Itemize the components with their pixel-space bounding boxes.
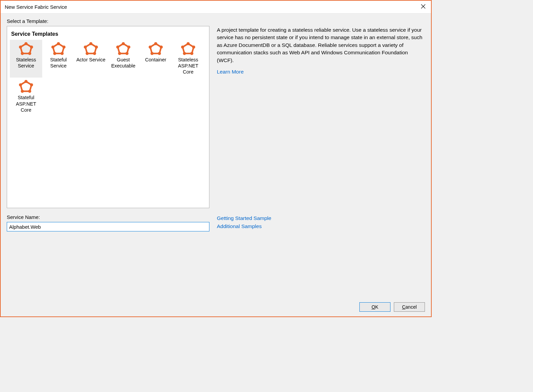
template-item-label: Stateful Service [43, 57, 74, 69]
titlebar: New Service Fabric Service [1, 1, 431, 13]
service-fabric-icon [116, 42, 131, 55]
additional-samples-link[interactable]: Additional Samples [217, 223, 425, 229]
template-item[interactable]: Actor Service [75, 40, 107, 78]
template-item[interactable]: Stateful Service [42, 40, 75, 78]
service-fabric-icon [148, 42, 163, 55]
template-item-label: Stateful ASP.NET Core [10, 94, 42, 113]
template-item[interactable]: Stateful ASP.NET Core [10, 78, 42, 115]
template-description: A project template for creating a statel… [217, 26, 425, 64]
template-heading: Service Templates [10, 30, 206, 40]
service-name-input[interactable] [7, 222, 209, 231]
service-fabric-icon [83, 42, 98, 55]
template-item-label: Stateless ASP.NET Core [173, 57, 204, 75]
service-fabric-icon [19, 80, 33, 93]
template-list[interactable]: Service Templates Stateless ServiceState… [7, 26, 209, 208]
learn-more-link[interactable]: Learn More [217, 69, 425, 75]
template-item[interactable]: Stateless Service [10, 40, 42, 78]
template-item[interactable]: Container [139, 40, 172, 78]
select-template-label: Select a Template: [7, 18, 209, 24]
service-fabric-icon [181, 42, 196, 55]
template-item-label: Stateless Service [10, 57, 42, 69]
close-button[interactable] [415, 1, 431, 13]
template-item-label: Actor Service [76, 57, 105, 63]
dialog-footer: OK Cancel [1, 297, 431, 316]
close-icon [421, 4, 426, 10]
template-item-label: Guest Executable [108, 57, 139, 69]
service-name-label: Service Name: [7, 214, 209, 220]
window-title: New Service Fabric Service [5, 4, 67, 10]
template-item[interactable]: Stateless ASP.NET Core [172, 40, 204, 78]
dialog-content: Select a Template: Service Templates Sta… [1, 13, 431, 297]
ok-button[interactable]: OK [359, 302, 390, 312]
dialog-window: New Service Fabric Service Select a Temp… [0, 0, 432, 317]
template-item-label: Container [145, 57, 167, 63]
cancel-button[interactable]: Cancel [394, 302, 425, 312]
service-fabric-icon [51, 42, 66, 55]
getting-started-link[interactable]: Getting Started Sample [217, 215, 425, 221]
template-item[interactable]: Guest Executable [107, 40, 139, 78]
service-fabric-icon [19, 42, 33, 55]
